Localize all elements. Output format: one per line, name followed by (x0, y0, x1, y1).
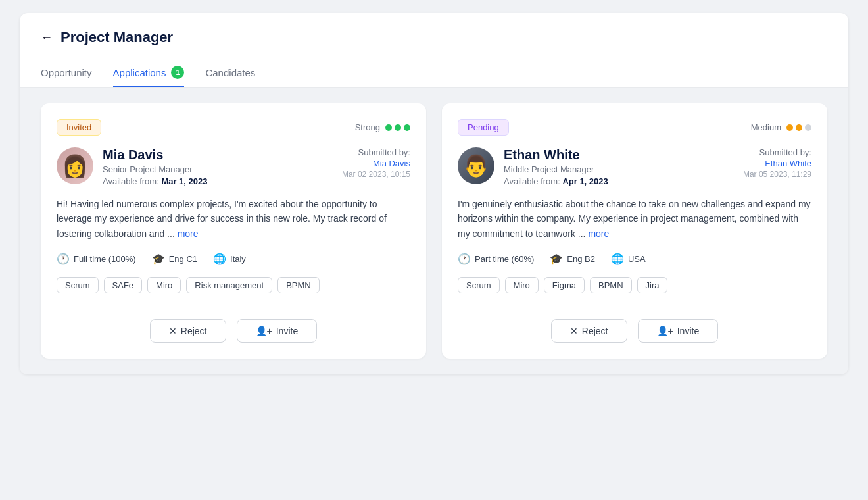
ethan-bio: I'm genuinely enthusiastic about the cha… (458, 197, 811, 241)
mia-bio-text: Hi! Having led numerous complex projects… (57, 199, 387, 239)
ethan-location-label: USA (628, 254, 646, 264)
mia-avail-date: Mar 1, 2023 (161, 176, 207, 186)
mia-avatar: 👩 (57, 147, 93, 184)
ethan-worktype: 🕐 Part time (60%) (458, 253, 534, 265)
tab-applications[interactable]: Applications 1 (113, 59, 185, 87)
tabs-nav: Opportunity Applications 1 Candidates (41, 59, 827, 87)
ethan-submitted-label: Submitted by: (760, 147, 812, 157)
cards-row: Invited Strong 👩 (41, 103, 827, 359)
mia-submitted-by: Submitted by: Mia Davis Mar 02 2023, 10:… (342, 147, 410, 179)
page-title: Project Manager (60, 29, 173, 46)
ethan-tag-1: Miro (505, 277, 539, 293)
mia-invite-label: Invite (276, 326, 298, 336)
mia-strength: Strong (355, 122, 410, 132)
ethan-submitted-name[interactable]: Ethan White (743, 159, 811, 168)
ethan-name: Ethan White (504, 147, 608, 162)
mia-profile-left: 👩 Mia Davis Senior Project Manager Avail… (57, 147, 207, 186)
ethan-tag-2: Figma (544, 277, 585, 293)
mia-role: Senior Project Manager (103, 164, 207, 174)
ethan-avail-date: Apr 1, 2023 (562, 176, 608, 186)
header: ← Project Manager Opportunity Applicatio… (20, 13, 848, 88)
ethan-invite-button[interactable]: 👤+ Invite (638, 319, 719, 343)
mia-dot-2 (395, 124, 401, 131)
tab-candidates-label: Candidates (205, 67, 255, 78)
tab-candidates[interactable]: Candidates (205, 59, 255, 87)
ethan-location: 🌐 USA (611, 253, 646, 265)
mia-info-row: 🕐 Full time (100%) 🎓 Eng C1 🌐 Italy (57, 253, 410, 265)
mia-tags: Scrum SAFe Miro Risk management BPMN (57, 277, 410, 293)
ethan-role: Middle Project Manager (504, 164, 608, 174)
ethan-strength: Medium (751, 122, 811, 132)
mia-info: Mia Davis Senior Project Manager Availab… (103, 147, 207, 186)
mia-bio-more[interactable]: more (178, 228, 199, 239)
ethan-reject-button[interactable]: ✕ Reject (551, 319, 627, 343)
mia-divider (57, 307, 410, 307)
mia-dot-1 (385, 124, 392, 131)
ethan-dot-3 (805, 124, 811, 131)
ethan-avail-label: Available from: (504, 176, 560, 186)
ethan-profile-left: 👨 Ethan White Middle Project Manager Ava… (458, 147, 608, 186)
ethan-status-badge: Pending (458, 119, 509, 136)
x-icon: ✕ (570, 326, 578, 336)
tab-opportunity[interactable]: Opportunity (41, 59, 92, 87)
mia-lang-label: Eng C1 (169, 254, 197, 264)
ethan-tags: Scrum Miro Figma BPMN Jira (458, 277, 811, 293)
mia-location-label: Italy (230, 254, 246, 264)
ethan-dot-1 (786, 124, 793, 131)
ethan-profile-row: 👨 Ethan White Middle Project Manager Ava… (458, 147, 811, 186)
mia-profile-row: 👩 Mia Davis Senior Project Manager Avail… (57, 147, 410, 186)
tab-applications-label: Applications (113, 67, 166, 78)
graduation-icon: 🎓 (152, 253, 165, 265)
tab-opportunity-label: Opportunity (41, 67, 92, 78)
ethan-tag-0: Scrum (458, 277, 500, 293)
mia-status-badge: Invited (57, 119, 101, 136)
main-card: ← Project Manager Opportunity Applicatio… (20, 13, 848, 374)
ethan-strength-label: Medium (751, 122, 781, 132)
clock-icon: 🕐 (57, 253, 70, 265)
mia-tag-4: BPMN (277, 277, 320, 293)
globe-icon: 🌐 (611, 253, 624, 265)
mia-tag-1: SAFe (104, 277, 143, 293)
mia-lang: 🎓 Eng C1 (152, 253, 197, 265)
application-card-mia: Invited Strong 👩 (41, 103, 426, 359)
ethan-submitted-date: Mar 05 2023, 11:29 (743, 170, 811, 179)
mia-submitted-label: Submitted by: (358, 147, 411, 157)
mia-dot-3 (404, 124, 410, 131)
ethan-availability: Available from: Apr 1, 2023 (504, 176, 608, 186)
mia-status-row: Invited Strong (57, 119, 410, 136)
mia-worktype: 🕐 Full time (100%) (57, 253, 136, 265)
mia-avail-label: Available from: (103, 176, 159, 186)
mia-availability: Available from: Mar 1, 2023 (103, 176, 207, 186)
mia-dots (385, 124, 410, 131)
tab-applications-badge: 1 (171, 66, 184, 79)
x-icon: ✕ (169, 326, 177, 336)
mia-reject-button[interactable]: ✕ Reject (150, 319, 226, 343)
content-area: Invited Strong 👩 (20, 88, 848, 374)
ethan-bio-text: I'm genuinely enthusiastic about the cha… (458, 199, 811, 239)
mia-tag-3: Risk management (186, 277, 272, 293)
mia-location: 🌐 Italy (213, 253, 246, 265)
application-card-ethan: Pending Medium 👨 (442, 103, 827, 359)
ethan-lang: 🎓 Eng B2 (550, 253, 595, 265)
mia-tag-2: Miro (147, 277, 181, 293)
person-plus-icon: 👤+ (256, 326, 272, 336)
ethan-lang-label: Eng B2 (567, 254, 595, 264)
ethan-worktype-label: Part time (60%) (475, 254, 534, 264)
clock-icon: 🕐 (458, 253, 471, 265)
mia-submitted-name[interactable]: Mia Davis (342, 159, 410, 168)
mia-invite-button[interactable]: 👤+ Invite (237, 319, 318, 343)
ethan-divider (458, 307, 811, 307)
mia-bio: Hi! Having led numerous complex projects… (57, 197, 410, 241)
ethan-actions: ✕ Reject 👤+ Invite (458, 319, 811, 343)
mia-strength-label: Strong (355, 122, 380, 132)
mia-actions: ✕ Reject 👤+ Invite (57, 319, 410, 343)
ethan-reject-label: Reject (582, 326, 608, 336)
mia-worktype-label: Full time (100%) (74, 254, 136, 264)
ethan-dots (786, 124, 811, 131)
mia-reject-label: Reject (181, 326, 207, 336)
ethan-invite-label: Invite (677, 326, 699, 336)
ethan-bio-more[interactable]: more (588, 228, 609, 239)
back-button[interactable]: ← (41, 31, 53, 45)
ethan-tag-4: Jira (637, 277, 668, 293)
ethan-submitted-by: Submitted by: Ethan White Mar 05 2023, 1… (743, 147, 811, 179)
